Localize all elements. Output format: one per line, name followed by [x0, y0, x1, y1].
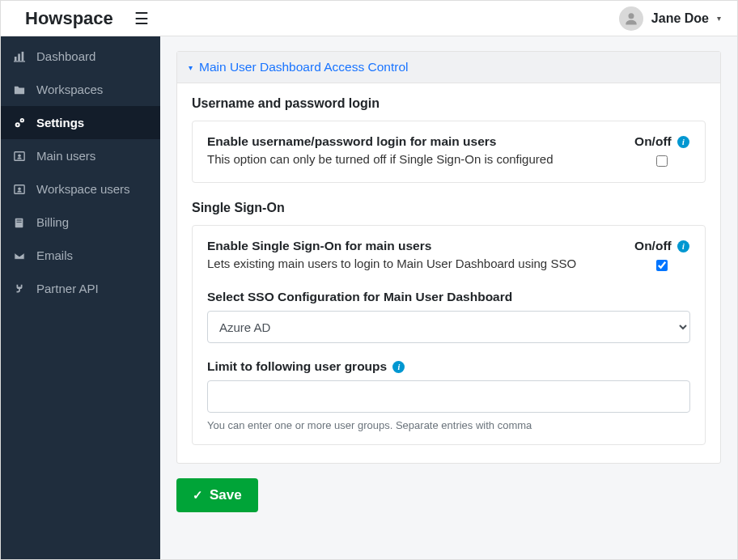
hamburger-icon[interactable]: ☰ [128, 9, 155, 28]
svg-rect-1 [15, 57, 17, 61]
book-icon [12, 217, 27, 228]
sidebar-item-main-users[interactable]: Main users [1, 139, 160, 172]
user-card-icon [12, 184, 27, 195]
upw-label: Enable username/password login for main … [207, 134, 634, 149]
user-name: Jane Doe [651, 11, 709, 26]
plug-icon [12, 283, 27, 295]
sidebar-item-dashboard[interactable]: Dashboard [1, 40, 160, 73]
info-icon[interactable]: i [677, 240, 689, 252]
svg-rect-4 [14, 61, 25, 62]
user-groups-input[interactable] [207, 380, 690, 413]
access-control-panel: ▾ Main User Dashboard Access Control Use… [176, 51, 721, 464]
sidebar-item-label: Dashboard [36, 49, 95, 63]
gears-icon [12, 117, 27, 129]
sso-limit-label: Limit to following user groups i [207, 359, 690, 374]
check-icon: ✓ [193, 488, 203, 503]
info-icon[interactable]: i [677, 136, 689, 148]
svg-point-8 [21, 120, 23, 121]
user-groups-hint: You can enter one or more user groups. S… [207, 419, 690, 431]
svg-point-10 [18, 154, 21, 157]
sso-desc: Lets existing main users to login to Mai… [207, 257, 634, 270]
sidebar: Dashboard Workspaces Settings Main users… [1, 36, 160, 559]
folder-icon [12, 84, 27, 95]
sidebar-item-emails[interactable]: Emails [1, 239, 160, 272]
sso-card: Enable Single Sign-On for main users Let… [192, 225, 706, 445]
onoff-label: On/off [634, 239, 672, 253]
sidebar-item-label: Partner API [36, 282, 99, 295]
section-heading-username: Username and password login [192, 96, 706, 111]
sidebar-item-partner-api[interactable]: Partner API [1, 272, 160, 305]
chevron-down-icon: ▾ [717, 14, 721, 23]
sso-toggle[interactable] [656, 260, 668, 271]
sidebar-item-label: Settings [36, 116, 84, 129]
sidebar-item-workspace-users[interactable]: Workspace users [1, 172, 160, 206]
sso-label: Enable Single Sign-On for main users [207, 239, 634, 253]
chevron-down-icon: ▾ [189, 63, 193, 72]
panel-title: Main User Dashboard Access Control [199, 60, 408, 74]
chart-icon [12, 51, 27, 62]
svg-point-12 [18, 187, 21, 190]
user-card-icon [12, 151, 27, 162]
sidebar-item-label: Workspaces [36, 83, 103, 96]
save-button-label: Save [210, 487, 242, 503]
sidebar-item-settings[interactable]: Settings [1, 106, 160, 139]
save-button[interactable]: ✓ Save [176, 478, 258, 512]
avatar [619, 6, 643, 31]
main-content: ▾ Main User Dashboard Access Control Use… [160, 36, 737, 559]
panel-header[interactable]: ▾ Main User Dashboard Access Control [177, 52, 720, 83]
svg-point-6 [16, 124, 18, 125]
info-icon[interactable]: i [392, 361, 405, 373]
sidebar-item-label: Billing [36, 215, 69, 229]
envelope-icon [12, 250, 27, 261]
sso-config-select[interactable]: Azure AD [207, 311, 690, 343]
topbar: Howspace ☰ Jane Doe ▾ [1, 1, 737, 36]
section-heading-sso: Single Sign-On [192, 201, 706, 215]
user-menu[interactable]: Jane Doe ▾ [619, 6, 727, 31]
svg-rect-2 [18, 53, 20, 61]
upw-toggle[interactable] [656, 155, 668, 167]
sidebar-item-workspaces[interactable]: Workspaces [1, 73, 160, 106]
svg-point-0 [628, 13, 634, 19]
svg-rect-3 [22, 51, 24, 60]
brand-logo: Howspace [11, 8, 128, 29]
sidebar-item-billing[interactable]: Billing [1, 206, 160, 239]
sidebar-item-label: Main users [36, 149, 95, 163]
username-password-card: Enable username/password login for main … [192, 121, 706, 183]
sso-config-label: Select SSO Configuration for Main User D… [207, 290, 690, 304]
onoff-label: On/off [634, 134, 672, 149]
sidebar-item-label: Emails [36, 248, 73, 262]
upw-desc: This option can only be turned off if Si… [207, 152, 634, 166]
sidebar-item-label: Workspace users [36, 182, 130, 196]
